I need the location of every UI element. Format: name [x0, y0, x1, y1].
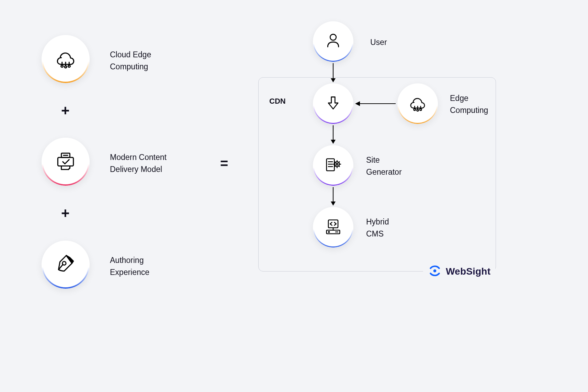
svg-rect-19 [327, 159, 335, 171]
svg-point-36 [328, 231, 329, 232]
svg-point-42 [433, 269, 437, 273]
node-content-delivery [42, 138, 90, 186]
svg-point-24 [336, 163, 338, 165]
label-authoring: Authoring Experience [110, 254, 149, 278]
plus-2: + [61, 205, 70, 221]
edge-cloud-icon [408, 93, 427, 114]
download-arrow-icon [324, 93, 343, 114]
code-monitor-icon [324, 217, 343, 238]
label-site-generator: Site Generator [366, 154, 402, 178]
edge-cloud-icon [54, 47, 77, 71]
pen-nib-icon [54, 253, 77, 277]
arrow-cdn-to-generator [329, 125, 337, 145]
label-user: User [370, 36, 387, 48]
node-authoring [42, 241, 90, 289]
user-icon [324, 31, 343, 52]
svg-line-32 [335, 166, 335, 166]
label-edge-computing: Edge Computing [450, 92, 488, 116]
node-cloud-edge [42, 35, 90, 83]
svg-point-3 [61, 65, 63, 67]
svg-point-17 [417, 109, 418, 111]
node-cdn [313, 83, 353, 124]
svg-point-16 [414, 109, 416, 111]
label-hybrid-cms: Hybrid CMS [366, 216, 389, 240]
label-cloud-edge: Cloud Edge Computing [110, 49, 151, 72]
label-content-delivery: Modern Content Delivery Model [110, 151, 167, 175]
site-gear-icon [324, 155, 343, 176]
svg-point-4 [65, 66, 67, 68]
svg-rect-6 [58, 158, 73, 166]
svg-line-9 [68, 168, 70, 170]
svg-line-29 [335, 162, 335, 162]
svg-line-30 [339, 166, 339, 166]
arrow-edge-to-cdn [354, 100, 396, 108]
arrow-generator-to-cms [329, 186, 337, 206]
equals-sign: = [220, 156, 228, 171]
box-label-cdn: CDN [269, 95, 286, 107]
brand-label: WebSight [446, 266, 490, 277]
brand-websight: WebSight [423, 264, 495, 279]
node-site-generator [313, 145, 353, 186]
node-user [313, 21, 353, 62]
printer-check-icon [54, 150, 77, 174]
svg-line-31 [339, 162, 339, 162]
svg-point-18 [420, 109, 421, 111]
svg-point-12 [330, 34, 336, 41]
websight-logo-icon [428, 264, 442, 279]
node-hybrid-cms [313, 207, 353, 247]
svg-point-5 [68, 65, 70, 67]
node-edge-computing [397, 83, 438, 124]
plus-1: + [61, 102, 70, 119]
arrow-user-to-cdn [329, 62, 337, 83]
